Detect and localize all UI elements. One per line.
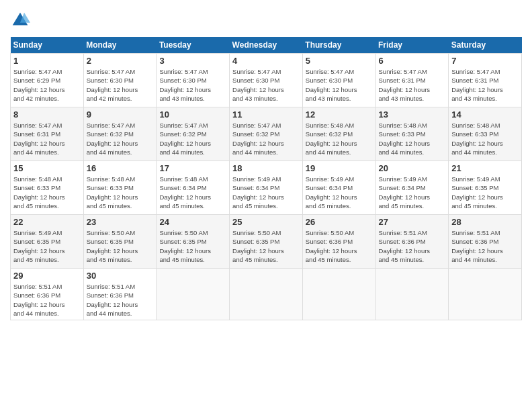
calendar-cell: 27 Sunrise: 5:51 AMSunset: 6:36 PMDaylig…	[375, 215, 449, 269]
day-number: 8	[13, 109, 81, 120]
day-number: 3	[159, 56, 226, 66]
calendar-cell: 25 Sunrise: 5:50 AMSunset: 6:35 PMDaylig…	[230, 215, 303, 269]
day-info: Sunrise: 5:47 AMSunset: 6:30 PMDaylight:…	[159, 67, 226, 103]
day-info: Sunrise: 5:50 AMSunset: 6:35 PMDaylight:…	[232, 228, 300, 264]
day-info: Sunrise: 5:49 AMSunset: 6:34 PMDaylight:…	[379, 175, 446, 210]
calendar-cell: 30 Sunrise: 5:51 AMSunset: 6:36 PMDaylig…	[83, 269, 157, 320]
calendar-cell: 22 Sunrise: 5:49 AMSunset: 6:35 PMDaylig…	[11, 215, 84, 269]
day-header-sunday: Sunday	[11, 37, 84, 54]
logo-icon	[10, 10, 30, 30]
calendar-cell: 11 Sunrise: 5:47 AMSunset: 6:32 PMDaylig…	[230, 107, 303, 161]
day-number: 4	[232, 56, 300, 66]
day-info: Sunrise: 5:49 AMSunset: 6:35 PMDaylight:…	[13, 228, 81, 264]
day-number: 28	[451, 217, 519, 227]
day-info: Sunrise: 5:51 AMSunset: 6:36 PMDaylight:…	[87, 282, 154, 318]
calendar-cell: 2 Sunrise: 5:47 AMSunset: 6:30 PMDayligh…	[83, 54, 157, 107]
day-number: 11	[232, 109, 300, 120]
calendar-week-row: 22 Sunrise: 5:49 AMSunset: 6:35 PMDaylig…	[11, 215, 522, 269]
calendar-cell: 8 Sunrise: 5:47 AMSunset: 6:31 PMDayligh…	[11, 107, 84, 161]
day-number: 20	[379, 163, 446, 173]
day-info: Sunrise: 5:47 AMSunset: 6:32 PMDaylight:…	[159, 121, 226, 156]
day-number: 10	[159, 109, 226, 120]
calendar-cell: 15 Sunrise: 5:48 AMSunset: 6:33 PMDaylig…	[11, 161, 84, 215]
calendar-cell: 5 Sunrise: 5:47 AMSunset: 6:30 PMDayligh…	[302, 54, 375, 107]
day-number: 29	[13, 271, 81, 281]
day-info: Sunrise: 5:47 AMSunset: 6:31 PMDaylight:…	[451, 67, 519, 103]
day-header-wednesday: Wednesday	[230, 37, 303, 54]
calendar-cell: 18 Sunrise: 5:49 AMSunset: 6:34 PMDaylig…	[230, 161, 303, 215]
calendar-cell: 21 Sunrise: 5:49 AMSunset: 6:35 PMDaylig…	[449, 161, 522, 215]
calendar-week-row: 1 Sunrise: 5:47 AMSunset: 6:29 PMDayligh…	[11, 54, 522, 107]
day-number: 5	[306, 56, 373, 66]
day-info: Sunrise: 5:51 AMSunset: 6:36 PMDaylight:…	[13, 282, 81, 318]
day-header-saturday: Saturday	[449, 37, 522, 54]
day-number: 6	[379, 56, 446, 66]
calendar-cell: 16 Sunrise: 5:48 AMSunset: 6:33 PMDaylig…	[83, 161, 157, 215]
day-number: 24	[159, 217, 226, 227]
day-info: Sunrise: 5:48 AMSunset: 6:33 PMDaylight:…	[451, 121, 519, 156]
calendar-week-row: 8 Sunrise: 5:47 AMSunset: 6:31 PMDayligh…	[11, 107, 522, 161]
day-info: Sunrise: 5:47 AMSunset: 6:30 PMDaylight:…	[232, 67, 300, 103]
day-info: Sunrise: 5:51 AMSunset: 6:36 PMDaylight:…	[451, 228, 519, 264]
day-info: Sunrise: 5:49 AMSunset: 6:35 PMDaylight:…	[451, 175, 519, 210]
calendar-cell	[375, 269, 449, 320]
day-info: Sunrise: 5:50 AMSunset: 6:35 PMDaylight:…	[159, 228, 226, 264]
calendar-cell: 14 Sunrise: 5:48 AMSunset: 6:33 PMDaylig…	[449, 107, 522, 161]
day-number: 1	[13, 56, 81, 66]
day-number: 2	[87, 56, 154, 66]
day-number: 14	[451, 109, 519, 120]
calendar-cell: 24 Sunrise: 5:50 AMSunset: 6:35 PMDaylig…	[157, 215, 230, 269]
calendar-cell: 3 Sunrise: 5:47 AMSunset: 6:30 PMDayligh…	[157, 54, 230, 107]
day-number: 21	[451, 163, 519, 173]
day-info: Sunrise: 5:47 AMSunset: 6:31 PMDaylight:…	[13, 121, 81, 156]
day-header-friday: Friday	[375, 37, 449, 54]
day-number: 23	[87, 217, 154, 227]
logo	[10, 10, 34, 30]
day-header-thursday: Thursday	[302, 37, 375, 54]
calendar-table: SundayMondayTuesdayWednesdayThursdayFrid…	[10, 37, 522, 320]
calendar-cell: 20 Sunrise: 5:49 AMSunset: 6:34 PMDaylig…	[375, 161, 449, 215]
calendar-cell: 12 Sunrise: 5:48 AMSunset: 6:32 PMDaylig…	[302, 107, 375, 161]
calendar-week-row: 29 Sunrise: 5:51 AMSunset: 6:36 PMDaylig…	[11, 269, 522, 320]
page-header	[10, 10, 522, 30]
day-info: Sunrise: 5:50 AMSunset: 6:36 PMDaylight:…	[306, 228, 373, 264]
calendar-cell: 13 Sunrise: 5:48 AMSunset: 6:33 PMDaylig…	[375, 107, 449, 161]
day-info: Sunrise: 5:47 AMSunset: 6:31 PMDaylight:…	[379, 67, 446, 103]
day-number: 22	[13, 217, 81, 227]
calendar-cell: 28 Sunrise: 5:51 AMSunset: 6:36 PMDaylig…	[449, 215, 522, 269]
day-info: Sunrise: 5:48 AMSunset: 6:33 PMDaylight:…	[87, 175, 154, 210]
calendar-week-row: 15 Sunrise: 5:48 AMSunset: 6:33 PMDaylig…	[11, 161, 522, 215]
day-info: Sunrise: 5:47 AMSunset: 6:32 PMDaylight:…	[232, 121, 300, 156]
calendar-cell: 19 Sunrise: 5:49 AMSunset: 6:34 PMDaylig…	[302, 161, 375, 215]
calendar-cell: 7 Sunrise: 5:47 AMSunset: 6:31 PMDayligh…	[449, 54, 522, 107]
day-number: 27	[379, 217, 446, 227]
day-info: Sunrise: 5:48 AMSunset: 6:33 PMDaylight:…	[379, 121, 446, 156]
day-number: 15	[13, 163, 81, 173]
calendar-cell: 9 Sunrise: 5:47 AMSunset: 6:32 PMDayligh…	[83, 107, 157, 161]
day-info: Sunrise: 5:47 AMSunset: 6:32 PMDaylight:…	[87, 121, 154, 156]
day-info: Sunrise: 5:47 AMSunset: 6:29 PMDaylight:…	[13, 67, 81, 103]
day-header-monday: Monday	[83, 37, 157, 54]
day-info: Sunrise: 5:47 AMSunset: 6:30 PMDaylight:…	[87, 67, 154, 103]
day-number: 30	[87, 271, 154, 281]
calendar-header-row: SundayMondayTuesdayWednesdayThursdayFrid…	[11, 37, 522, 54]
day-number: 26	[306, 217, 373, 227]
calendar-cell	[230, 269, 303, 320]
calendar-cell	[449, 269, 522, 320]
day-info: Sunrise: 5:49 AMSunset: 6:34 PMDaylight:…	[306, 175, 373, 210]
day-info: Sunrise: 5:48 AMSunset: 6:34 PMDaylight:…	[159, 175, 226, 210]
day-number: 25	[232, 217, 300, 227]
calendar-cell: 23 Sunrise: 5:50 AMSunset: 6:35 PMDaylig…	[83, 215, 157, 269]
calendar-cell: 29 Sunrise: 5:51 AMSunset: 6:36 PMDaylig…	[11, 269, 84, 320]
day-header-tuesday: Tuesday	[157, 37, 230, 54]
calendar-cell: 1 Sunrise: 5:47 AMSunset: 6:29 PMDayligh…	[11, 54, 84, 107]
calendar-cell: 10 Sunrise: 5:47 AMSunset: 6:32 PMDaylig…	[157, 107, 230, 161]
day-number: 12	[306, 109, 373, 120]
calendar-cell: 4 Sunrise: 5:47 AMSunset: 6:30 PMDayligh…	[230, 54, 303, 107]
day-number: 9	[87, 109, 154, 120]
day-info: Sunrise: 5:48 AMSunset: 6:32 PMDaylight:…	[306, 121, 373, 156]
day-number: 13	[379, 109, 446, 120]
day-info: Sunrise: 5:50 AMSunset: 6:35 PMDaylight:…	[87, 228, 154, 264]
day-info: Sunrise: 5:49 AMSunset: 6:34 PMDaylight:…	[232, 175, 300, 210]
day-info: Sunrise: 5:47 AMSunset: 6:30 PMDaylight:…	[306, 67, 373, 103]
